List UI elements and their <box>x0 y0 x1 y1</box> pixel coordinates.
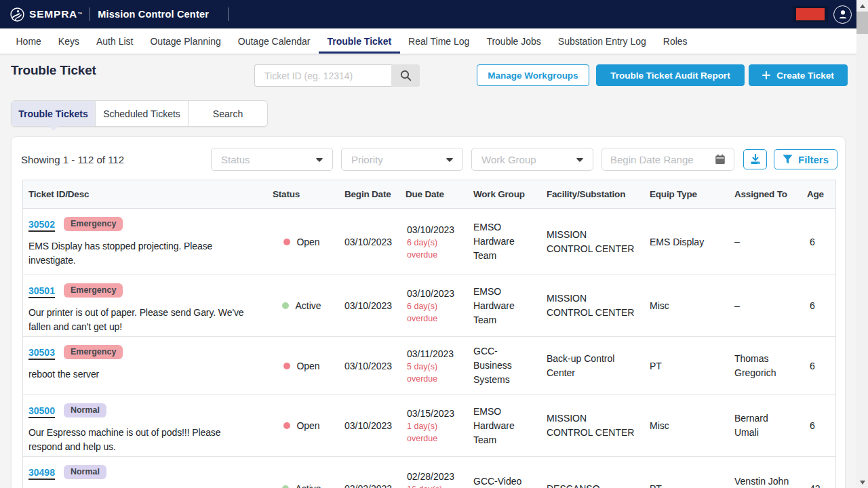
nav-item-substation-entry-log[interactable]: Substation Entry Log <box>549 28 654 54</box>
assigned-to-value: Venstin John <box>734 474 791 488</box>
ticket-id-link[interactable]: 30501 <box>28 285 55 298</box>
tab-trouble-tickets[interactable]: Trouble Tickets <box>12 101 96 126</box>
facility-value: MISSION CONTROL CENTER <box>547 411 635 440</box>
facility-value: MISSION CONTROL CENTER <box>547 228 635 256</box>
arrow-down-icon <box>860 481 865 485</box>
begin-date-cell: 02/02/2023 <box>338 457 399 488</box>
topbar-divider <box>228 7 229 21</box>
ticket-id-link[interactable]: 30498 <box>28 467 55 480</box>
ticket-search <box>254 64 420 87</box>
priority-badge: Emergency <box>64 217 123 231</box>
dropdown-caret-icon <box>446 158 454 162</box>
scrollbar-up-button[interactable] <box>856 0 868 12</box>
status-cell: Open <box>266 337 338 394</box>
work-group-value: EMSO Hardware Team <box>473 405 526 447</box>
create-ticket-button[interactable]: Create Ticket <box>749 64 848 86</box>
due-date-value: 03/11/2023 <box>407 347 458 361</box>
nav-item-real-time-log[interactable]: Real Time Log <box>400 28 478 54</box>
topbar-right <box>793 0 852 28</box>
nav-item-outage-calendar[interactable]: Outage Calendar <box>229 28 319 54</box>
facility-cell: MISSION CONTROL CENTER <box>540 209 643 274</box>
download-button[interactable] <box>743 149 767 169</box>
facility-cell: Back-up Control Center <box>540 337 643 394</box>
ticket-search-button[interactable] <box>391 64 420 87</box>
ticket-description: EMS Display has stopped projecting. Plea… <box>28 239 252 268</box>
overdue-label: 16 day(s) overdue <box>407 483 458 488</box>
ticket-cell: 30501EmergencyOur printer is out of pape… <box>23 275 266 336</box>
overdue-label: 1 day(s) overdue <box>407 420 458 445</box>
column-header-facility-substation: Facility/Substation <box>540 180 643 208</box>
showing-count: Showing 1 - 112 of 112 <box>21 148 124 171</box>
column-header-work-group: Work Group <box>467 180 540 208</box>
facility-cell: MISSION CONTROL CENTER <box>540 275 643 336</box>
nav-item-outage-planning[interactable]: Outage Planning <box>142 28 229 54</box>
assigned-to-value: Bernard Umali <box>734 411 791 440</box>
nav-item-keys[interactable]: Keys <box>50 28 87 54</box>
status-dot-open <box>283 363 290 369</box>
topbar-divider <box>90 7 90 21</box>
work-group-cell: EMSO Hardware Team <box>467 275 540 336</box>
nav-item-roles[interactable]: Roles <box>654 28 696 54</box>
ticket-cell: 30503Emergencyreboot the server <box>23 337 266 394</box>
tab-search[interactable]: Search <box>189 101 267 126</box>
begin-date-range-input[interactable]: Begin Date Range <box>601 148 734 171</box>
priority-filter-placeholder: Priority <box>351 154 383 165</box>
status-filter-select[interactable]: Status <box>211 148 333 171</box>
nav-item-auth-list[interactable]: Auth List <box>87 28 141 54</box>
app-title: Mission Control Center <box>98 9 209 20</box>
plus-icon <box>762 71 770 79</box>
column-header-status: Status <box>266 180 338 208</box>
ticket-id-link[interactable]: 30502 <box>28 219 55 232</box>
sempra-logo-icon <box>10 7 24 22</box>
nav-item-trouble-jobs[interactable]: Trouble Jobs <box>478 28 549 54</box>
assigned-to-cell: Venstin John <box>728 457 800 488</box>
priority-filter-select[interactable]: Priority <box>341 148 463 171</box>
environment-badge-wrap <box>793 6 828 22</box>
due-date-value: 03/10/2023 <box>407 223 458 237</box>
tab-scheduled-tickets[interactable]: Scheduled Tickets <box>96 101 189 126</box>
column-header-due-date: Due Date <box>399 180 467 208</box>
equip-type-cell: EMS Display <box>643 209 728 274</box>
work-group-cell: GCC-Business Systems <box>467 337 540 394</box>
audit-report-button[interactable]: Trouble Ticket Audit Report <box>596 64 745 86</box>
status-dot-active <box>282 485 289 488</box>
nav-item-home[interactable]: Home <box>7 28 50 54</box>
workgroup-filter-select[interactable]: Work Group <box>471 148 593 171</box>
ticket-row-30503: 30503Emergencyreboot the serverOpen03/10… <box>23 337 835 395</box>
age-cell: 6 <box>800 209 837 274</box>
ticket-row-30500: 30500NormalOur Espresso machine is out o… <box>23 395 835 457</box>
ticket-id-link[interactable]: 30500 <box>28 405 55 418</box>
begin-date-range-placeholder: Begin Date Range <box>610 154 694 165</box>
page-scrollbar[interactable] <box>856 0 868 488</box>
status-cell: Open <box>266 395 338 456</box>
filters-button[interactable]: Filters <box>774 149 837 169</box>
scrollbar-thumb[interactable] <box>856 12 868 34</box>
status-filter-placeholder: Status <box>221 154 250 165</box>
user-avatar[interactable] <box>833 5 852 24</box>
status-label: Active <box>295 483 321 488</box>
equip-type-cell: Misc <box>643 395 728 456</box>
ticket-cell: 30502EmergencyEMS Display has stopped pr… <box>23 209 266 274</box>
due-date-value: 02/28/2023 <box>407 470 458 483</box>
brand-trademark: ™ <box>77 11 82 18</box>
overdue-label: 5 day(s) overdue <box>407 361 458 385</box>
status-dot-active <box>282 302 289 309</box>
column-header-equip-type: Equip Type <box>643 180 728 208</box>
priority-badge: Emergency <box>64 345 123 359</box>
ticket-id-link[interactable]: 30503 <box>28 347 55 360</box>
assigned-to-cell: Thomas Gregorich <box>728 337 800 394</box>
status-label: Open <box>296 237 319 247</box>
ticket-search-input[interactable] <box>254 64 391 87</box>
priority-badge: Emergency <box>64 283 123 298</box>
ticket-row-30501: 30501EmergencyOur printer is out of pape… <box>23 275 835 337</box>
ticket-cell: 30498Normal <box>23 457 266 488</box>
begin-date-cell: 03/10/2023 <box>338 395 399 456</box>
scrollbar-down-button[interactable] <box>856 476 868 488</box>
brand: SEMPRA™ Mission Control Center <box>10 7 236 22</box>
manage-workgroups-button[interactable]: Manage Workgroups <box>477 64 589 86</box>
facility-value: Back-up Control Center <box>547 352 635 380</box>
ticket-description: Our Espresso machine is out of pods!!! P… <box>28 426 252 454</box>
nav-item-trouble-ticket[interactable]: Trouble Ticket <box>319 28 400 54</box>
status-label: Open <box>296 361 319 371</box>
ticket-description: reboot the server <box>28 367 252 382</box>
